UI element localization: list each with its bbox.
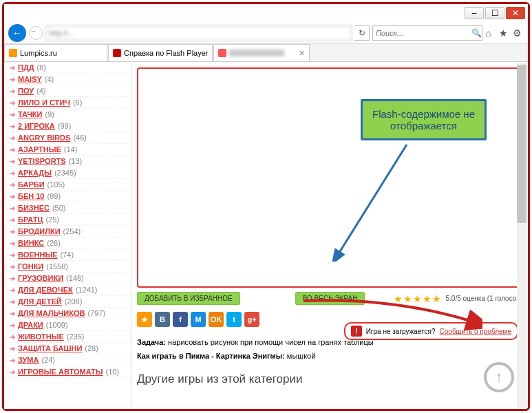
- search-icon[interactable]: 🔍: [471, 28, 482, 38]
- arrow-icon: ➜: [10, 240, 15, 247]
- category-name: ДРАКИ: [18, 321, 43, 329]
- category-count: (1558): [46, 262, 68, 271]
- url-input[interactable]: http://...: [45, 25, 352, 41]
- arrow-icon: ➜: [10, 181, 15, 189]
- sidebar-category-item[interactable]: ➜ИГРОВЫЕ АВТОМАТЫ(10): [4, 366, 131, 378]
- tab-flash-help[interactable]: Справка по Flash Player: [108, 44, 213, 61]
- sidebar-category-item[interactable]: ➜ВОЕННЫЕ(74): [4, 249, 131, 261]
- category-name: АРКАДЫ: [18, 169, 52, 177]
- sidebar-category-item[interactable]: ➜БИЗНЕС(50): [4, 202, 131, 214]
- scrollbar-thumb[interactable]: [517, 65, 526, 223]
- category-sidebar: ➜ПДД(8)➜MAISY(4)➜ПОУ(4)➜ЛИЛО И СТИЧ(6)➜Т…: [4, 62, 131, 409]
- category-count: (6): [73, 98, 82, 107]
- social-share-button[interactable]: M: [191, 312, 206, 327]
- arrow-icon: ➜: [10, 251, 15, 259]
- category-name: ЛИЛО И СТИЧ: [18, 98, 70, 107]
- category-name: ДЛЯ ДЕВОЧЕК: [18, 286, 73, 294]
- refresh-button[interactable]: ↻: [354, 25, 370, 41]
- sidebar-category-item[interactable]: ➜ГОНКИ(1558): [4, 261, 131, 273]
- category-name: БИЗНЕС: [18, 204, 50, 212]
- arrow-icon: ➜: [10, 64, 15, 72]
- sidebar-category-item[interactable]: ➜ЗАЩИТА БАШНИ(28): [4, 343, 131, 354]
- back-button[interactable]: ←: [8, 24, 26, 42]
- social-share-button[interactable]: OK: [209, 312, 224, 327]
- arrow-icon: ➜: [10, 216, 15, 224]
- sidebar-category-item[interactable]: ➜ЖИВОТНЫЕ(235): [4, 331, 131, 343]
- sidebar-category-item[interactable]: ➜YETISPORTS(13): [4, 156, 131, 167]
- category-name: ANGRY BIRDS: [18, 134, 70, 142]
- add-favorite-button[interactable]: ДОБАВИТЬ В ИЗБРАННОЕ: [137, 292, 240, 305]
- search-input[interactable]: [376, 29, 471, 37]
- favorites-icon[interactable]: ★: [499, 28, 510, 39]
- sidebar-category-item[interactable]: ➜АРКАДЫ(2345): [4, 167, 131, 179]
- sidebar-category-item[interactable]: ➜ЗУМА(24): [4, 354, 131, 366]
- sidebar-category-item[interactable]: ➜БЕН 10(89): [4, 191, 131, 202]
- arrow-icon: ➜: [10, 76, 15, 83]
- category-name: БРОДИЛКИ: [18, 227, 61, 235]
- category-count: (2345): [54, 169, 76, 177]
- social-share-button[interactable]: B: [155, 312, 170, 327]
- sidebar-category-item[interactable]: ➜2 ИГРОКА(99): [4, 120, 131, 132]
- tab-label: [229, 50, 284, 56]
- category-name: ЗУМА: [18, 356, 39, 364]
- sidebar-category-item[interactable]: ➜ПОУ(4): [4, 85, 131, 97]
- forward-button[interactable]: →: [29, 26, 43, 40]
- arrow-icon: ➜: [10, 158, 15, 165]
- sidebar-category-item[interactable]: ➜ДЛЯ МАЛЬЧИКОВ(797): [4, 308, 131, 319]
- scroll-to-top-button[interactable]: ↑: [484, 362, 514, 392]
- sidebar-category-item[interactable]: ➜ПДД(8): [4, 62, 131, 74]
- vertical-scrollbar[interactable]: [517, 63, 526, 407]
- social-share-button[interactable]: g+: [244, 312, 259, 327]
- sidebar-category-item[interactable]: ➜ГРУЗОВИКИ(146): [4, 273, 131, 284]
- category-count: (235): [67, 332, 85, 341]
- tab-strip: Lumpics.ru Справка по Flash Player ✕: [4, 44, 528, 62]
- sidebar-category-item[interactable]: ➜БРОДИЛКИ(254): [4, 226, 131, 237]
- svg-line-0: [338, 145, 407, 255]
- category-name: YETISPORTS: [18, 157, 66, 165]
- category-count: (146): [66, 274, 84, 282]
- sidebar-category-item[interactable]: ➜ВИНКС(26): [4, 237, 131, 249]
- sidebar-category-item[interactable]: ➜БРАТЦ(25): [4, 214, 131, 226]
- favicon-icon: [218, 49, 226, 57]
- minimize-button[interactable]: –: [465, 7, 484, 19]
- maximize-button[interactable]: ☐: [485, 7, 504, 19]
- howto-text: мышкой: [285, 352, 316, 360]
- annotation-arrow-icon: [297, 294, 482, 335]
- tab-label: Lumpics.ru: [20, 49, 57, 57]
- category-count: (208): [65, 297, 83, 306]
- arrow-icon: ➜: [10, 111, 15, 118]
- task-text: нарисовать рисунок при помощи чисел на г…: [166, 338, 374, 346]
- sidebar-category-item[interactable]: ➜ANGRY BIRDS(46): [4, 132, 131, 144]
- social-share-button[interactable]: t: [226, 312, 242, 327]
- tab-blurred[interactable]: ✕: [213, 44, 310, 61]
- sidebar-category-item[interactable]: ➜АЗАРТНЫЕ(14): [4, 144, 131, 156]
- social-share-button[interactable]: f: [173, 312, 188, 327]
- arrow-icon: ➜: [10, 146, 15, 153]
- home-icon[interactable]: ⌂: [485, 28, 496, 39]
- category-name: ИГРОВЫЕ АВТОМАТЫ: [18, 368, 103, 376]
- sidebar-category-item[interactable]: ➜MAISY(4): [4, 74, 131, 85]
- category-name: ДЛЯ МАЛЬЧИКОВ: [18, 309, 85, 317]
- category-count: (8): [37, 63, 46, 72]
- window-titlebar: – ☐ ✕: [4, 4, 528, 22]
- close-button[interactable]: ✕: [506, 7, 525, 19]
- search-box[interactable]: 🔍: [372, 25, 482, 41]
- sidebar-category-item[interactable]: ➜ЛИЛО И СТИЧ(6): [4, 97, 131, 109]
- category-count: (46): [73, 134, 87, 142]
- arrow-icon: ➜: [10, 286, 15, 294]
- category-count: (99): [58, 122, 72, 130]
- social-share-button[interactable]: ★: [137, 312, 152, 327]
- sidebar-category-item[interactable]: ➜ТАЧКИ(9): [4, 109, 131, 120]
- sidebar-category-item[interactable]: ➜ДЛЯ ДЕТЕЙ(208): [4, 296, 131, 308]
- annotation-callout: Flash-содержимое не отображается: [361, 99, 487, 140]
- category-count: (13): [69, 157, 83, 165]
- category-name: БАРБИ: [18, 180, 45, 189]
- close-icon[interactable]: ✕: [299, 49, 305, 58]
- tab-lumpics[interactable]: Lumpics.ru: [4, 44, 107, 61]
- sidebar-category-item[interactable]: ➜ДРАКИ(1009): [4, 319, 131, 331]
- settings-icon[interactable]: ⚙: [513, 28, 524, 39]
- arrow-icon: ➜: [10, 298, 15, 306]
- category-name: АЗАРТНЫЕ: [18, 145, 61, 153]
- sidebar-category-item[interactable]: ➜БАРБИ(105): [4, 179, 131, 191]
- sidebar-category-item[interactable]: ➜ДЛЯ ДЕВОЧЕК(1241): [4, 284, 131, 296]
